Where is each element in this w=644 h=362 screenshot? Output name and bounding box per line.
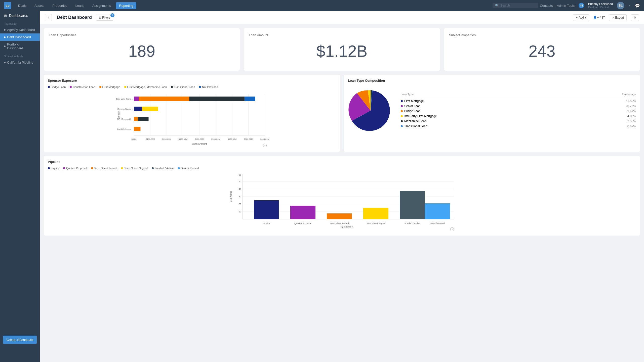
svg-text:$700.00M: $700.00M xyxy=(244,138,253,140)
nav-assignments[interactable]: Assignments xyxy=(89,2,114,9)
pie-dot-mezzanine xyxy=(401,120,403,122)
sidebar-item-california-label: California Pipeline xyxy=(7,61,33,64)
loan-type-chart-title: Loan Type Composition xyxy=(348,79,636,82)
svg-text:$200.00M: $200.00M xyxy=(162,138,171,140)
svg-text:Dead / Passed: Dead / Passed xyxy=(430,222,445,225)
pie-label-3rd-party: 3rd Party First Mortgage xyxy=(404,114,437,118)
legend-dot-term-signed xyxy=(121,167,123,169)
svg-rect-52 xyxy=(290,206,315,219)
pie-legend-left-bl: Bridge Loan xyxy=(401,109,421,113)
svg-text:10: 10 xyxy=(239,210,241,213)
nav-assets[interactable]: Assets xyxy=(31,2,47,9)
legend-dot-bridge xyxy=(48,86,50,88)
svg-text:Loan Amount: Loan Amount xyxy=(192,143,207,145)
pie-dot-3rd-party xyxy=(401,115,403,117)
kpi-subject-prop-value: 243 xyxy=(449,37,635,66)
nav-contacts[interactable]: Contacts xyxy=(540,4,553,8)
legend-bridge-loan: Bridge Loan xyxy=(48,85,66,88)
notification-badge[interactable]: 48 xyxy=(579,3,584,8)
nav-loans[interactable]: Loans xyxy=(72,2,87,9)
avatar[interactable]: BL xyxy=(617,2,624,9)
svg-text:40: 40 xyxy=(239,188,241,190)
svg-text:Deal Name: Deal Name xyxy=(230,191,232,202)
pie-label-bridge-loan: Bridge Loan xyxy=(404,109,421,113)
legend-label-term-signed: Term Sheet Signed xyxy=(124,167,148,170)
svg-text:$400.00M: $400.00M xyxy=(195,138,204,140)
charts-row-1: Sponsor Exposure Bridge Loan Constructio… xyxy=(44,75,640,152)
legend-label-construction: Construction Loan xyxy=(73,85,95,88)
legend-dot-first-mortgage xyxy=(99,86,101,88)
svg-text:Quote / Proposal: Quote / Proposal xyxy=(294,222,311,225)
legend-dot-funded xyxy=(152,167,154,169)
sidebar-item-agency[interactable]: Agency Dashboard xyxy=(0,26,40,33)
add-chevron-icon: ▾ xyxy=(585,16,586,19)
legend-label-term-issued: Term Sheet Issued xyxy=(94,167,117,170)
legend-dot-first-mez xyxy=(124,86,126,88)
legend-dead: Dead / Passed xyxy=(178,167,199,170)
nav-properties[interactable]: Properties xyxy=(49,2,70,9)
chat-icon[interactable]: 💬 xyxy=(635,3,640,8)
kpi-row: Loan Opportunities 189 Loan Amount $1.12… xyxy=(44,28,640,71)
nav-admin-tools[interactable]: Admin Tools xyxy=(557,4,575,8)
svg-rect-56 xyxy=(363,208,388,219)
pie-row-mezzanine: Mezzanine Loan 2.53% xyxy=(401,119,636,124)
content-area: ‹ Debt Dashboard ⊟ Filters 1 + Add ▾ 👤+ … xyxy=(40,11,644,362)
search-input[interactable] xyxy=(500,4,535,7)
teamwide-label: Teamwide xyxy=(0,19,40,26)
sidebar-dot-agency xyxy=(4,29,6,31)
pie-pct-transitional: 0.67% xyxy=(627,124,636,128)
pie-chart-area: Loan Type Percentage First Mortgage 61.5… xyxy=(348,85,636,136)
filters-button[interactable]: ⊟ Filters 1 xyxy=(96,15,113,21)
svg-text:30: 30 xyxy=(239,195,241,198)
legend-label-dead: Dead / Passed xyxy=(181,167,199,170)
svg-text:Deal Status: Deal Status xyxy=(340,226,353,229)
export-button[interactable]: ↗ Export xyxy=(609,14,627,21)
sidebar-item-portfolio[interactable]: Portfolio Dashboard xyxy=(0,41,40,52)
settings-button[interactable]: ⚙ xyxy=(631,14,639,21)
legend-label-first-mez: First Mortgage, Mezzanine Loan xyxy=(127,85,167,88)
pie-row-3rd-party: 3rd Party First Mortgage 4.86% xyxy=(401,114,636,119)
legend-first-mez: First Mortgage, Mezzanine Loan xyxy=(124,85,167,88)
svg-rect-23 xyxy=(134,127,141,131)
pipeline-legend: Inquiry Quote / Proposal Term Sheet Issu… xyxy=(48,167,636,170)
legend-funded: Funded / Active xyxy=(152,167,174,170)
export-label: Export xyxy=(615,16,624,19)
pie-chart-svg xyxy=(348,85,393,136)
pipeline-chart-title: Pipeline xyxy=(48,160,636,164)
pipeline-chart-svg: 10 20 30 40 50 60 Deal Name xyxy=(48,173,636,231)
nav-deals[interactable]: Deals xyxy=(15,2,29,9)
add-button[interactable]: + Add ▾ xyxy=(573,14,589,21)
search-bar[interactable]: 🔍 xyxy=(493,3,538,8)
create-dashboard-button[interactable]: Create Dashboard xyxy=(3,336,37,344)
sponsor-chart-area: Birk-Way Corp... Morgan Stanley J.P. Mor… xyxy=(48,92,336,148)
svg-rect-58 xyxy=(400,191,425,219)
sidebar-toggle-button[interactable]: ‹ xyxy=(45,14,52,21)
pie-legend-left-sl: Senior Loan xyxy=(401,104,421,108)
pie-col-pct: Percentage xyxy=(622,93,636,96)
sidebar-item-california[interactable]: California Pipeline xyxy=(0,59,40,66)
pie-label-transitional: Transitional Loan xyxy=(404,124,427,128)
svg-text:$0.00: $0.00 xyxy=(131,138,137,140)
sidebar-item-debt[interactable]: Debt Dashboard xyxy=(0,33,40,41)
svg-text:Term Sheet Signed: Term Sheet Signed xyxy=(366,222,386,225)
pie-col-type: Loan Type xyxy=(401,93,414,96)
user-count-label: / 37 xyxy=(600,16,605,19)
svg-text:MetLife Inves...: MetLife Inves... xyxy=(117,128,133,130)
legend-label-bridge: Bridge Loan xyxy=(51,85,66,88)
kpi-subject-prop-label: Subject Properties xyxy=(449,33,635,37)
svg-text:20: 20 xyxy=(239,203,241,205)
svg-text:?: ? xyxy=(451,228,453,231)
kpi-loan-amount-value: $1.12B xyxy=(249,37,435,66)
shared-label: Shared with Me xyxy=(0,52,40,59)
pie-label-senior-loan: Senior Loan xyxy=(404,104,421,108)
svg-text:$500.00M: $500.00M xyxy=(211,138,220,140)
legend-dot-not-provided xyxy=(199,86,201,88)
filters-label: Filters xyxy=(102,16,110,19)
svg-rect-50 xyxy=(254,200,279,219)
legend-label-transitional: Transitional Loan xyxy=(174,85,195,88)
sidebar-dot-portfolio xyxy=(4,46,6,47)
nav-reporting[interactable]: Reporting xyxy=(116,2,136,9)
legend-transitional: Transitional Loan xyxy=(171,85,195,88)
filter-icon: ⊟ xyxy=(99,16,101,19)
legend-dot-inquiry xyxy=(48,167,50,169)
